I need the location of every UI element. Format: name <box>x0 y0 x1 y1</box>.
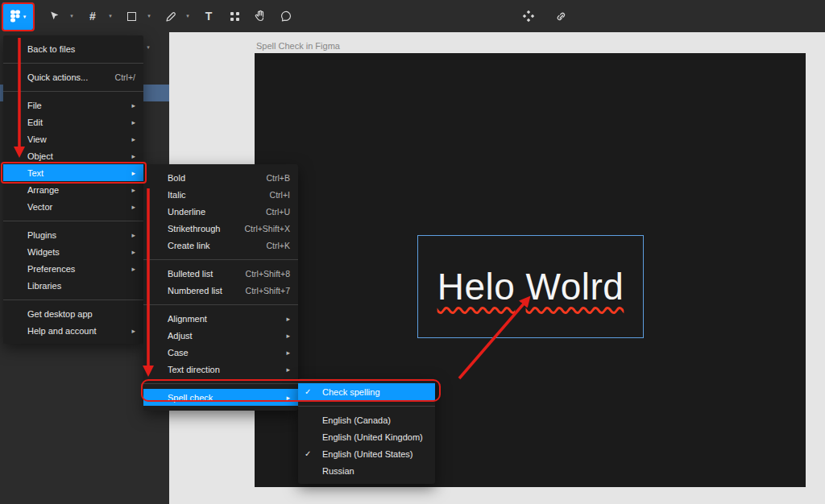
text-layer[interactable]: Helo Wolrd <box>417 235 644 338</box>
menu-item-label: Alignment <box>168 314 207 324</box>
menu-item-numbered-list[interactable]: Numbered listCtrl+Shift+7 <box>143 282 298 299</box>
submenu-arrow-icon: ▸ <box>131 135 135 143</box>
menu-item-strikethrough[interactable]: StrikethroughCtrl+Shift+X <box>143 220 298 237</box>
frame-tool-button[interactable]: # <box>80 3 106 29</box>
submenu-arrow-icon: ▸ <box>286 366 290 374</box>
chevron-down-icon: ▾ <box>147 44 150 50</box>
menu-item-label: Adjust <box>168 331 193 341</box>
menu-item-label: Libraries <box>27 281 61 291</box>
menu-item-label: Preferences <box>27 264 75 274</box>
menu-item-preferences[interactable]: Preferences▸ <box>3 260 143 277</box>
menu-item-label: Plugins <box>27 230 56 240</box>
menu-item-back-to-files[interactable]: Back to files <box>3 40 143 57</box>
menu-item-label: English (Canada) <box>322 415 391 425</box>
misspelled-word: Wolrd <box>526 266 624 308</box>
menu-item-quick-actions[interactable]: Quick actions...Ctrl+/ <box>3 68 143 85</box>
menu-item-create-link[interactable]: Create linkCtrl+K <box>143 237 298 254</box>
resources-tool-button[interactable] <box>222 3 247 29</box>
menu-item-bulleted-list[interactable]: Bulleted listCtrl+Shift+8 <box>143 265 298 282</box>
shape-tool-button[interactable] <box>118 3 144 29</box>
menu-item-label: Italic <box>168 190 186 200</box>
cursor-icon <box>48 10 60 22</box>
submenu-arrow-icon: ▸ <box>286 315 290 323</box>
menu-item-adjust[interactable]: Adjust▸ <box>143 327 298 344</box>
menu-separator <box>143 259 298 260</box>
submenu-arrow-icon: ▸ <box>131 118 135 126</box>
submenu-arrow-icon: ▸ <box>286 349 290 357</box>
submenu-arrow-icon: ▸ <box>131 248 135 256</box>
menu-shortcut: Ctrl+Shift+X <box>244 224 290 233</box>
comment-tool-button[interactable] <box>273 3 299 29</box>
menu-item-file[interactable]: File▸ <box>3 97 143 114</box>
menu-item-label: Text direction <box>168 365 220 374</box>
menu-item-libraries[interactable]: Libraries <box>3 277 143 294</box>
chevron-down-icon[interactable]: ▾ <box>144 3 154 29</box>
menu-item-italic[interactable]: ItalicCtrl+I <box>143 186 298 203</box>
text-tool-button[interactable]: T <box>196 3 222 29</box>
move-tool-button[interactable] <box>41 3 67 29</box>
submenu-arrow-icon: ▸ <box>131 327 135 335</box>
annotation-box-menu-button <box>2 2 35 31</box>
pen-icon <box>164 10 176 23</box>
rectangle-icon <box>127 12 136 21</box>
menu-shortcut: Ctrl+I <box>270 190 290 200</box>
menu-item-get-desktop-app[interactable]: Get desktop app <box>3 305 143 322</box>
chevron-down-icon[interactable]: ▾ <box>106 3 115 29</box>
menu-item-label: Arrange <box>27 185 59 195</box>
frame-name-label[interactable]: Spell Check in Figma <box>256 41 340 51</box>
menu-item-plugins[interactable]: Plugins▸ <box>3 226 143 243</box>
menu-item-help-and-account[interactable]: Help and account▸ <box>3 322 143 339</box>
menu-item-russian[interactable]: Russian <box>298 462 435 479</box>
menu-shortcut: Ctrl+K <box>267 241 290 250</box>
menu-item-bold[interactable]: BoldCtrl+B <box>143 169 298 186</box>
annotation-box-text-menu-item <box>1 162 147 184</box>
menu-item-edit[interactable]: Edit▸ <box>3 114 143 130</box>
annotation-box-spell-check <box>141 379 441 402</box>
menu-item-text-direction[interactable]: Text direction▸ <box>143 361 298 378</box>
menu-item-english-united-states[interactable]: ✓English (United States) <box>298 445 435 462</box>
main-menu-panel: Back to filesQuick actions...Ctrl+/File▸… <box>3 35 143 344</box>
menu-shortcut: Ctrl+Shift+8 <box>246 269 290 279</box>
menu-item-widgets[interactable]: Widgets▸ <box>3 243 143 260</box>
menu-item-label: Case <box>168 348 189 357</box>
menu-item-label: Underline <box>168 207 205 217</box>
submenu-arrow-icon: ▸ <box>286 332 290 340</box>
menu-item-english-united-kingdom[interactable]: English (United Kingdom) <box>298 428 435 445</box>
menu-shortcut: Ctrl+/ <box>115 72 135 82</box>
menu-item-arrange[interactable]: Arrange▸ <box>3 181 143 198</box>
menu-item-label: File <box>27 101 42 110</box>
component-tool-button[interactable] <box>516 3 541 29</box>
chevron-down-icon[interactable]: ▾ <box>67 3 77 29</box>
menu-item-label: Russian <box>322 466 354 476</box>
menu-item-label: English (United Kingdom) <box>322 432 423 442</box>
menu-item-vector[interactable]: Vector▸ <box>3 198 143 215</box>
menu-item-underline[interactable]: UnderlineCtrl+U <box>143 203 298 220</box>
menu-item-label: Bulleted list <box>168 269 213 279</box>
link-icon <box>554 10 567 23</box>
submenu-arrow-icon: ▸ <box>131 101 135 109</box>
menu-item-label: Edit <box>27 118 43 127</box>
submenu-arrow-icon: ▸ <box>131 186 135 194</box>
menu-item-label: Object <box>27 151 53 161</box>
menu-item-case[interactable]: Case▸ <box>143 344 298 361</box>
hand-icon <box>254 10 267 23</box>
menu-separator <box>3 63 143 64</box>
menu-item-alignment[interactable]: Alignment▸ <box>143 310 298 327</box>
component-icon <box>522 10 535 23</box>
link-tool-button[interactable] <box>548 3 574 29</box>
text-submenu-panel: BoldCtrl+BItalicCtrl+IUnderlineCtrl+UStr… <box>143 164 298 411</box>
check-icon: ✓ <box>305 449 317 458</box>
resources-grid-icon <box>230 12 239 21</box>
menu-item-label: Back to files <box>27 44 75 54</box>
pen-tool-button[interactable] <box>157 3 183 29</box>
hand-tool-button[interactable] <box>247 3 273 29</box>
menu-item-label: Vector <box>27 202 52 212</box>
menu-item-english-canada[interactable]: English (Canada) <box>298 411 435 428</box>
menu-item-label: English (United States) <box>322 449 413 459</box>
menu-separator <box>298 406 435 407</box>
menu-item-view[interactable]: View▸ <box>3 130 143 147</box>
menu-shortcut: Ctrl+Shift+7 <box>246 286 290 295</box>
misspelled-text: Helo Wolrd <box>437 265 624 308</box>
chevron-down-icon[interactable]: ▾ <box>183 3 193 29</box>
menu-shortcut: Ctrl+B <box>267 173 290 183</box>
